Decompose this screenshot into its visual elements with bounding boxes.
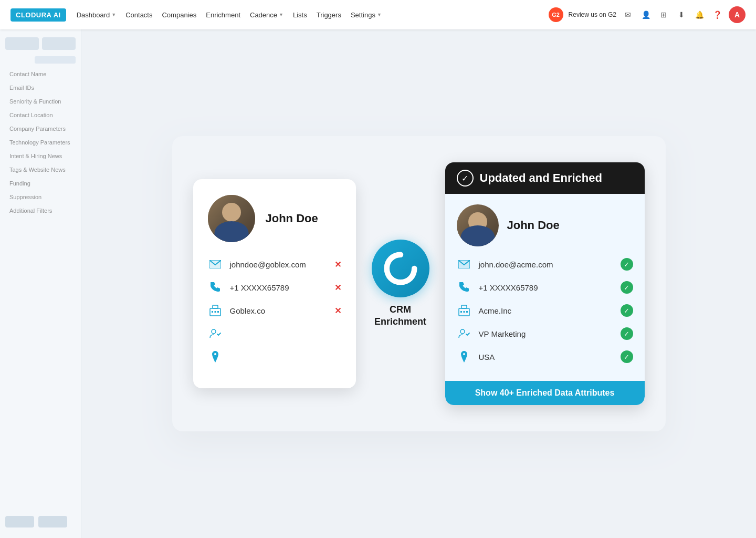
after-name: John Doe — [507, 219, 560, 232]
header-title: Updated and Enriched — [480, 171, 602, 185]
sidebar-item-funding[interactable]: Funding — [5, 177, 76, 190]
svg-rect-11 — [461, 305, 467, 308]
before-phone-text: +1 XXXXX65789 — [230, 283, 327, 292]
sidebar-btn-1[interactable] — [5, 37, 39, 50]
after-company-check: ✓ — [621, 304, 633, 317]
after-avatar-img — [457, 204, 499, 246]
review-text[interactable]: Review us on G2 — [569, 11, 616, 18]
svg-point-7 — [212, 329, 216, 334]
after-location-icon — [457, 349, 471, 364]
nav-enrichment[interactable]: Enrichment — [206, 11, 240, 19]
sidebar: Contact Name Email IDs Seniority & Funct… — [0, 29, 81, 538]
after-email-text: john.doe@acme.com — [479, 260, 613, 269]
header-check-icon: ✓ — [457, 170, 474, 187]
sidebar-item-company[interactable]: Company Parameters — [5, 122, 76, 135]
nav-dashboard[interactable]: Dashboard ▼ — [77, 11, 117, 19]
user-avatar[interactable]: A — [729, 6, 746, 23]
after-title-check: ✓ — [621, 327, 633, 340]
before-email-row: johndoe@goblex.com ✕ — [208, 257, 341, 272]
before-avatar — [208, 195, 255, 242]
sidebar-item-intent[interactable]: Intent & Hiring News — [5, 150, 76, 162]
sidebar-item-location[interactable]: Contact Location — [5, 109, 76, 121]
after-title-icon — [457, 326, 471, 341]
after-email-row: john.doe@acme.com ✓ — [457, 257, 633, 272]
before-name: John Doe — [266, 212, 318, 225]
after-avatar — [457, 204, 499, 246]
sidebar-filter-label — [5, 56, 32, 64]
sidebar-item-emailids[interactable]: Email IDs — [5, 81, 76, 94]
nav-triggers[interactable]: Triggers — [317, 11, 341, 19]
download-icon[interactable]: ⬇ — [675, 8, 688, 21]
after-phone-text: +1 XXXXX65789 — [479, 283, 613, 292]
card-after-body: John Doe john.doe@acme.com ✓ — [445, 194, 645, 381]
before-company-text: Goblex.co — [230, 306, 327, 315]
sidebar-filter-val — [35, 56, 76, 64]
nav-cadence[interactable]: Cadence ▼ — [250, 11, 284, 19]
before-email-x[interactable]: ✕ — [334, 260, 341, 270]
bell-icon[interactable]: 🔔 — [693, 8, 706, 21]
nav-right: G2 Review us on G2 ✉ 👤 ⊞ ⬇ 🔔 ❓ A — [549, 6, 746, 23]
sidebar-item-seniority[interactable]: Seniority & Function — [5, 95, 76, 108]
before-company-icon — [208, 303, 223, 318]
nav-companies[interactable]: Companies — [162, 11, 196, 19]
before-location-icon — [208, 349, 223, 364]
center-content: John Doe johndoe@goblex.com ✕ — [81, 29, 756, 538]
sidebar-btn-2[interactable] — [42, 37, 76, 50]
before-location-row — [208, 349, 341, 364]
navbar: CLODURA AI Dashboard ▼ Contacts Companie… — [0, 0, 756, 29]
before-avatar-img — [208, 195, 255, 242]
main-area: Contact Name Email IDs Seniority & Funct… — [0, 29, 756, 538]
sidebar-header — [5, 37, 76, 50]
crm-logo — [372, 240, 429, 297]
sidebar-bottom — [5, 516, 67, 527]
sidebar-item-technology[interactable]: Technology Parameters — [5, 136, 76, 149]
sidebar-item-tags[interactable]: Tags & Website News — [5, 163, 76, 176]
after-phone-check: ✓ — [621, 281, 633, 294]
before-company-x[interactable]: ✕ — [334, 306, 341, 316]
user-icon[interactable]: 👤 — [639, 8, 652, 21]
sidebar-apply-btn[interactable] — [38, 516, 67, 527]
before-title-row — [208, 326, 341, 341]
grid-icon[interactable]: ⊞ — [657, 8, 670, 21]
after-email-icon — [457, 257, 471, 272]
svg-rect-3 — [213, 305, 218, 308]
after-location-check: ✓ — [621, 350, 633, 363]
after-email-check: ✓ — [621, 258, 633, 271]
sidebar-filter-row — [5, 56, 76, 64]
card-before: John Doe johndoe@goblex.com ✕ — [193, 179, 356, 388]
svg-rect-13 — [463, 311, 465, 313]
svg-rect-4 — [212, 311, 213, 313]
before-person-icon — [208, 326, 223, 341]
g2-badge[interactable]: G2 — [549, 7, 563, 22]
nav-lists[interactable]: Lists — [293, 11, 307, 19]
after-title-row: VP Marketing ✓ — [457, 326, 633, 341]
sidebar-reset-btn[interactable] — [5, 516, 34, 527]
svg-rect-14 — [466, 311, 468, 313]
before-phone-row: +1 XXXXX65789 ✕ — [208, 280, 341, 295]
svg-rect-6 — [217, 311, 219, 313]
nav-contacts[interactable]: Contacts — [125, 11, 152, 19]
nav-settings[interactable]: Settings ▼ — [351, 11, 382, 19]
sidebar-item-contactname[interactable]: Contact Name — [5, 68, 76, 80]
show-more-button[interactable]: Show 40+ Enriched Data Attributes — [445, 381, 645, 405]
svg-rect-5 — [214, 311, 216, 313]
after-phone-row: +1 XXXXX65789 ✓ — [457, 280, 633, 295]
card-before-profile: John Doe — [208, 195, 341, 242]
before-email-text: johndoe@goblex.com — [230, 260, 327, 269]
sidebar-item-suppression[interactable]: Suppression — [5, 191, 76, 203]
before-company-row: Goblex.co ✕ — [208, 303, 341, 318]
before-phone-x[interactable]: ✕ — [334, 283, 341, 293]
sidebar-item-additional[interactable]: Additional Filters — [5, 204, 76, 217]
after-title-text: VP Marketing — [479, 329, 613, 338]
after-phone-icon — [457, 280, 471, 295]
svg-point-15 — [460, 329, 465, 334]
svg-rect-12 — [460, 311, 462, 313]
email-icon[interactable]: ✉ — [622, 8, 634, 21]
crm-center: CRMEnrichment — [366, 240, 435, 328]
after-company-row: Acme.Inc ✓ — [457, 303, 633, 318]
help-icon[interactable]: ❓ — [711, 8, 723, 21]
after-location-text: USA — [479, 353, 613, 361]
card-after-header: ✓ Updated and Enriched — [445, 162, 645, 194]
nav-links: Dashboard ▼ Contacts Companies Enrichmen… — [77, 11, 538, 19]
after-company-icon — [457, 303, 471, 318]
